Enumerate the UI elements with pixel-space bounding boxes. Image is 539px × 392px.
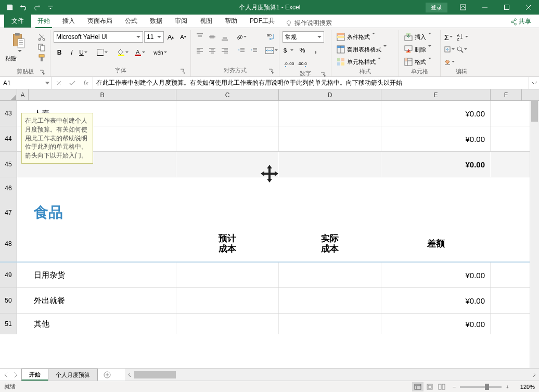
delete-cells-button[interactable]: 删除 [402,44,439,55]
name-box[interactable]: A1 [0,77,52,89]
cell-D46[interactable] [279,177,381,199]
cell-B46[interactable] [29,177,176,199]
cell-A48[interactable] [17,226,29,262]
cell-C44[interactable] [176,126,279,151]
tab-review[interactable]: 审阅 [169,15,194,28]
row-header-48[interactable]: 48 [0,226,17,262]
sheet-nav-next[interactable] [11,371,20,379]
align-top-button[interactable] [194,31,206,43]
cell-E46[interactable] [381,177,491,199]
close-button[interactable] [518,0,539,15]
alignment-launcher[interactable] [267,68,275,75]
underline-button[interactable]: U [79,47,90,58]
italic-button[interactable]: I [66,47,78,58]
cut-button[interactable] [36,32,47,42]
tab-data[interactable]: 数据 [144,15,169,28]
cell-A51[interactable] [17,313,29,334]
tab-home[interactable]: 开始 [31,15,56,28]
undo-button[interactable] [18,2,29,13]
row-header-46[interactable]: 46 [0,177,17,199]
wrap-text-button[interactable]: ab [265,31,277,43]
cell-D48[interactable]: 实际成本 [279,226,381,262]
vertical-scrollbar[interactable] [530,101,539,368]
column-header-A[interactable]: A [17,89,29,100]
cell-D50[interactable] [279,288,381,313]
formula-input[interactable]: 在此工作表中创建个人月度预算。有关如何使用此工作表的有用说明位于此列的单元格中。… [93,77,529,89]
increase-decimal-button[interactable]: .0.00 [283,58,295,70]
cell-A46[interactable] [17,177,29,199]
cell-E51[interactable]: ¥0.00 [381,313,491,334]
hscroll-track[interactable] [134,370,530,380]
align-center-button[interactable] [207,45,218,56]
hscroll-right-button[interactable] [530,370,539,380]
cell-D44[interactable] [279,126,381,151]
align-left-button[interactable] [194,45,206,56]
tab-view[interactable]: 视图 [194,15,219,28]
conditional-format-button[interactable]: 条件格式 [335,31,394,43]
sheet-nav-prev[interactable] [2,371,10,379]
row-header-49[interactable]: 49 [0,263,17,288]
cell-A50[interactable] [17,288,29,313]
font-color-button[interactable]: A [133,47,148,58]
hscroll-thumb[interactable] [134,371,176,378]
cell-C43[interactable] [176,101,279,126]
align-right-button[interactable] [219,45,230,56]
cell-A47[interactable] [17,199,29,226]
select-all-button[interactable] [0,89,17,100]
clipboard-launcher[interactable] [38,69,46,76]
row-header-44[interactable]: 44 [0,126,17,151]
vertical-scrollbar-thumb[interactable] [531,101,538,122]
number-format-combo[interactable]: 常规 [283,31,324,43]
format-painter-button[interactable] [36,53,47,62]
expand-formula-bar-button[interactable] [529,77,539,89]
horizontal-scrollbar[interactable] [125,369,539,381]
add-sheet-button[interactable] [100,369,114,381]
cell-D43[interactable] [279,101,381,126]
maximize-button[interactable] [496,0,517,15]
percent-format-button[interactable]: % [296,45,309,56]
phonetic-button[interactable]: wén [153,47,169,58]
format-cells-button[interactable]: 格式 [402,56,439,68]
zoom-slider-track[interactable] [460,386,502,388]
cell-styles-button[interactable]: 单元格样式 [335,56,394,68]
font-size-combo[interactable]: 11 [144,31,164,43]
cell-C51[interactable] [176,313,279,334]
formula-confirm-button[interactable] [66,77,79,89]
accounting-format-button[interactable]: $ [283,45,295,56]
paste-button[interactable]: 粘贴 [3,31,34,68]
cell-D51[interactable] [279,313,381,334]
sort-filter-button[interactable]: AZ [456,31,468,43]
format-table-button[interactable]: 套用表格格式 [335,44,394,55]
redo-button[interactable] [31,2,43,13]
login-button[interactable]: 登录 [426,3,447,12]
autosum-button[interactable]: Σ [444,31,455,43]
decrease-decimal-button[interactable]: .00.0 [296,58,309,70]
cell-D47[interactable] [279,199,381,226]
cell-B49[interactable]: 日用杂货 [29,263,176,288]
increase-font-button[interactable]: A▴ [165,31,176,43]
tell-me-search[interactable]: 操作说明搜索 [285,19,332,28]
view-normal-button[interactable] [412,382,424,391]
cell-D49[interactable] [279,263,381,288]
merge-center-button[interactable] [265,45,277,56]
cell-C50[interactable] [176,288,279,313]
column-header-C[interactable]: C [176,89,279,100]
cell-E44[interactable]: ¥0.00 [381,126,491,151]
worksheet-area[interactable]: A B C D E F 43 人寿 ¥0.00 44 ¥0.00 45 [0,89,539,368]
clear-button[interactable] [444,56,455,68]
increase-indent-button[interactable] [248,45,260,56]
orientation-button[interactable]: ab [236,31,247,43]
sheet-tab-start[interactable]: 开始 [21,369,48,381]
fill-button[interactable] [444,44,455,55]
cell-E45[interactable]: ¥0.00 [381,152,491,177]
number-launcher[interactable] [319,71,327,78]
row-header-43[interactable]: 43 [0,101,17,126]
zoom-out-button[interactable]: − [451,381,458,393]
row-header-45[interactable]: 45 [0,152,17,177]
column-header-B[interactable]: B [29,89,176,100]
row-header-50[interactable]: 50 [0,288,17,313]
font-name-combo[interactable]: Microsoft YaHei UI [54,31,143,43]
insert-function-button[interactable]: fx [79,77,93,89]
cell-E43[interactable]: ¥0.00 [381,101,491,126]
zoom-level[interactable]: 120% [514,384,535,390]
